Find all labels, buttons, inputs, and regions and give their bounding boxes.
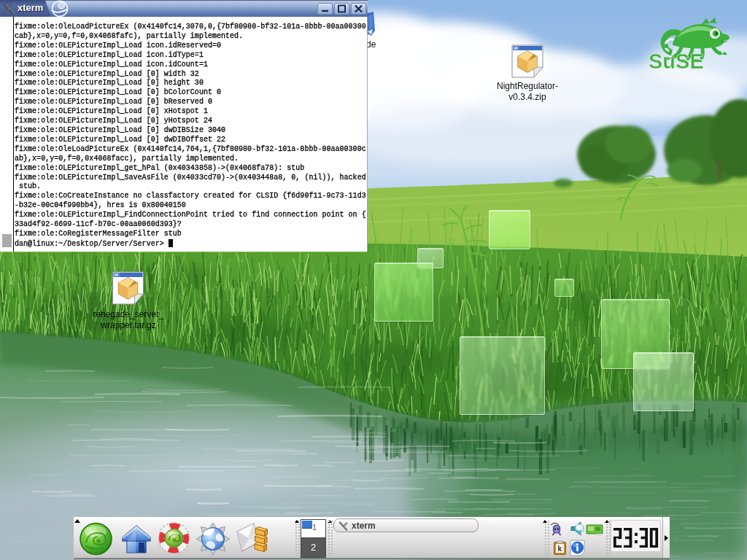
svg-text:k: k [558, 545, 562, 553]
svg-text:SuSE: SuSE [649, 50, 704, 73]
